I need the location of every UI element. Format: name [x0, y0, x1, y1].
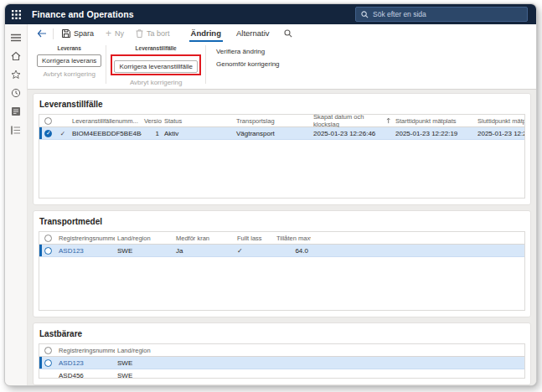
- tab-andring[interactable]: Ändring: [183, 24, 229, 43]
- column-header-land-region[interactable]: Land/region: [115, 235, 173, 242]
- select-all-radio[interactable]: [39, 235, 56, 242]
- lastbarare-grid: Registreringsnummer Land/region ASD123 S…: [39, 343, 525, 379]
- action-pane-search-button[interactable]: [277, 29, 299, 38]
- workspaces-icon: [11, 106, 21, 116]
- save-icon: [62, 29, 70, 38]
- nav-favorites-button[interactable]: [5, 65, 28, 84]
- group-leveranstillfalle-label: Leveranstillfälle: [136, 45, 177, 51]
- genomfor-korrigering-button[interactable]: Genomför korrigering: [216, 60, 280, 68]
- nav-home-button[interactable]: [5, 47, 28, 65]
- row-select-radio[interactable]: [39, 130, 56, 137]
- cell-land-region: SWE: [115, 247, 173, 255]
- group-leverans-label: Leverans: [57, 45, 81, 51]
- hamburger-menu-icon: [11, 34, 21, 42]
- select-all-radio[interactable]: [39, 117, 56, 125]
- global-search-input[interactable]: [373, 10, 522, 18]
- cell-registreringsnummer[interactable]: ASD123: [56, 359, 115, 367]
- save-button-label: Spara: [74, 29, 94, 38]
- nav-expand-button[interactable]: [5, 28, 28, 47]
- cell-skapat-datum: 2025-01-23 12:26:46: [311, 130, 393, 137]
- column-header-starttidpunkt[interactable]: Starttidpunkt mätplats: [393, 117, 475, 125]
- grid-header-row: Registreringsnummer Land/region: [39, 344, 524, 357]
- group-leverans: Leverans Korrigera leverans Avbryt korri…: [33, 43, 106, 89]
- app-launcher-waffle-icon[interactable]: [5, 4, 27, 24]
- delete-button[interactable]: Ta bort: [130, 24, 176, 43]
- action-pane-toolbar: Spara + Ny Ta bort Ändring: [28, 24, 536, 43]
- row-select-radio[interactable]: [39, 247, 56, 255]
- tab-alternativ-label: Alternativ: [236, 28, 270, 38]
- annotation-highlight-box: Korrigera leveranstillfälle: [111, 54, 201, 75]
- left-navigation-rail: [5, 24, 28, 385]
- grid-header-row: Leveranstillfällenumm... Version Status …: [39, 115, 524, 127]
- cell-tillaten-maxvikt: 64.0: [274, 247, 311, 255]
- section-title: Transportmedel: [39, 217, 525, 226]
- nav-workspaces-button[interactable]: [5, 102, 28, 121]
- delete-button-label: Ta bort: [147, 29, 170, 38]
- column-header-number[interactable]: Leveranstillfällenumm...: [70, 117, 142, 125]
- tab-alternativ[interactable]: Alternativ: [229, 24, 277, 43]
- column-header-tillaten-maxvikt[interactable]: Tillåten maxvikt: [274, 235, 311, 242]
- section-title: Leveranstillfälle: [39, 100, 525, 109]
- page-content: Leveranstillfälle Leveranstillfällenumm.…: [28, 90, 536, 385]
- verifiera-andring-button[interactable]: Verifiera ändring: [216, 48, 280, 55]
- cell-medfor-kran: Ja: [173, 247, 235, 255]
- column-header-land-region[interactable]: Land/region: [115, 347, 524, 354]
- global-search-box[interactable]: [355, 7, 528, 22]
- trash-icon: [136, 29, 143, 38]
- leveranstillfalle-grid: Leveranstillfällenumm... Version Status …: [39, 114, 525, 199]
- cell-number[interactable]: BIOM4EEBDDF5BE4B4...: [70, 130, 142, 137]
- back-button[interactable]: [34, 24, 50, 43]
- search-icon: [361, 11, 369, 18]
- save-button[interactable]: Spara: [56, 24, 100, 43]
- search-icon: [284, 29, 292, 38]
- avbryt-korrigering-leveranstillfalle-button[interactable]: Avbryt korrigering: [128, 75, 184, 86]
- column-header-label: Leveranstillfällenumm...: [72, 117, 138, 125]
- cell-sluttidpunkt: 2025-01-23 12:26:18: [475, 130, 524, 137]
- column-header-version[interactable]: Version: [142, 117, 162, 125]
- group-leveranstillfalle: Leveranstillfälle Korrigera leveranstill…: [106, 43, 205, 89]
- cell-status: Aktiv: [162, 130, 234, 137]
- andring-tab-flyout: Leverans Korrigera leverans Avbryt korri…: [28, 43, 536, 89]
- cell-starttidpunkt: 2025-01-23 12:22:19: [393, 130, 475, 137]
- table-row[interactable]: ASD123 SWE Ja ✓ 64.0: [39, 245, 524, 257]
- row-select-radio[interactable]: [39, 359, 56, 367]
- column-header-transportslag[interactable]: Transportslag: [234, 117, 311, 125]
- cell-version: 1: [142, 130, 162, 137]
- section-lastbarare: Lastbärare Registreringsnummer Land/regi…: [33, 322, 531, 385]
- top-navigation-bar: Finance and Operations: [5, 4, 536, 24]
- new-button[interactable]: + Ny: [100, 24, 130, 43]
- column-header-fullt-lass[interactable]: Fullt lass: [235, 235, 274, 242]
- nav-recent-button[interactable]: [5, 84, 28, 102]
- waffle-icon: [12, 10, 21, 19]
- korrigera-leverans-button[interactable]: Korrigera leverans: [37, 54, 101, 67]
- select-all-radio[interactable]: [39, 347, 56, 354]
- action-pane-tabs: Ändring Alternativ: [183, 24, 277, 43]
- app-window: Finance and Operations: [4, 3, 537, 386]
- plus-icon: +: [106, 28, 111, 39]
- star-icon: [11, 70, 21, 80]
- korrigera-leveranstillfalle-button[interactable]: Korrigera leveranstillfälle: [114, 60, 198, 73]
- back-arrow-icon: [37, 29, 47, 38]
- recent-clock-icon: [11, 88, 21, 98]
- avbryt-korrigering-leverans-button[interactable]: Avbryt korrigering: [41, 67, 97, 78]
- cell-registreringsnummer[interactable]: ASD456: [56, 372, 115, 379]
- transportmedel-grid: Registreringsnummer Land/region Medför k…: [39, 231, 525, 311]
- cell-registreringsnummer[interactable]: ASD123: [56, 247, 115, 255]
- cell-land-region: SWE: [115, 359, 524, 367]
- column-header-skapat[interactable]: Skapat datum och klockslag: [311, 114, 393, 128]
- flyout-menu-items: Verifiera ändring Genomför korrigering: [206, 43, 280, 89]
- column-header-registreringsnummer[interactable]: Registreringsnummer: [56, 235, 115, 242]
- nav-modules-button[interactable]: [5, 121, 28, 139]
- column-header-medfor-kran[interactable]: Medför kran: [173, 235, 235, 242]
- table-row[interactable]: ASD456 SWE: [39, 369, 524, 379]
- column-header-label: Skapat datum och klockslag: [313, 114, 384, 128]
- home-icon: [11, 51, 21, 61]
- table-row[interactable]: ✓ BIOM4EEBDDF5BE4B4... 1 Aktiv Vägtransp…: [39, 127, 524, 140]
- column-header-sluttidpunkt[interactable]: Sluttidpunkt mätplats: [475, 117, 524, 125]
- section-transportmedel: Transportmedel Registreringsnummer Land/…: [33, 210, 531, 317]
- column-header-status[interactable]: Status: [162, 117, 234, 125]
- table-row[interactable]: ASD123 SWE: [39, 357, 524, 369]
- record-mark: ✓: [56, 130, 70, 137]
- grid-header-row: Registreringsnummer Land/region Medför k…: [39, 232, 524, 245]
- column-header-registreringsnummer[interactable]: Registreringsnummer: [56, 347, 115, 354]
